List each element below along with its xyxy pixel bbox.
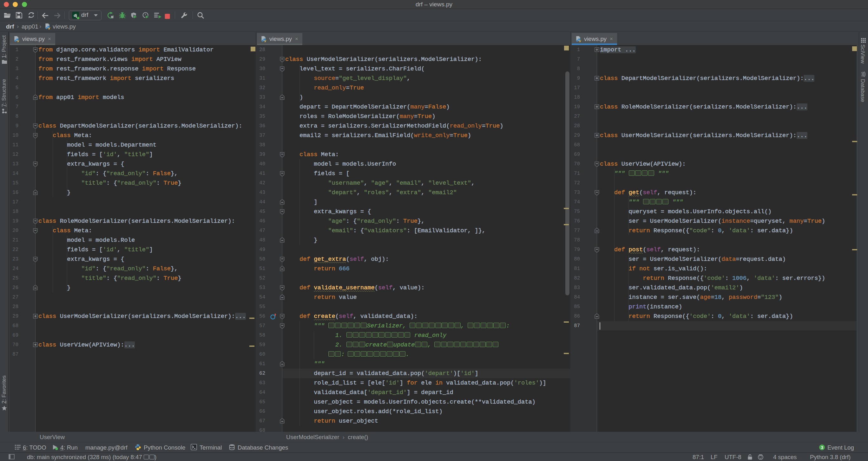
svg-text:dj: dj: [73, 13, 77, 18]
svg-text:3: 3: [821, 445, 823, 450]
